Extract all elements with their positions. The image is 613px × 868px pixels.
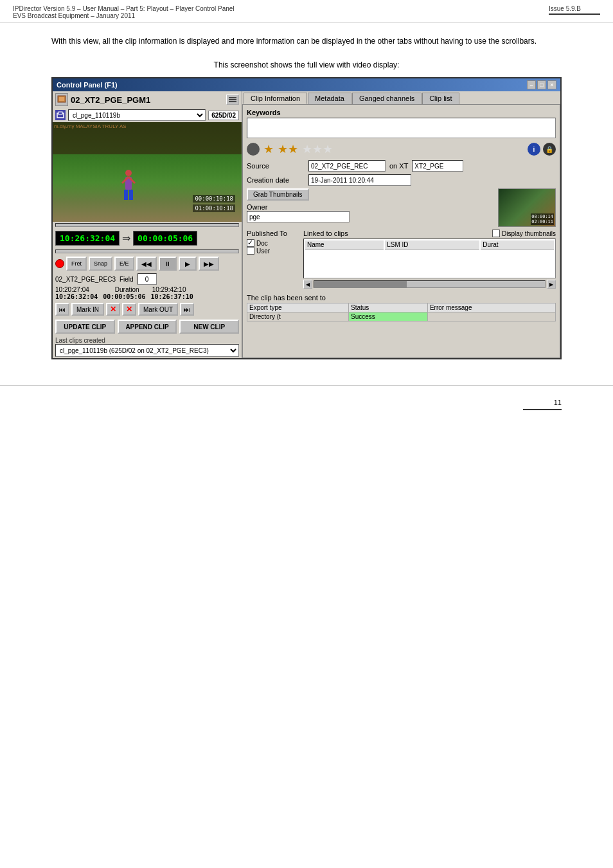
tab-clip-list[interactable]: Clip list — [422, 93, 459, 104]
scroll-left-button[interactable]: ◀ — [303, 280, 312, 289]
sent-to-label: The clip has been sent to — [247, 294, 556, 302]
creation-input — [308, 174, 411, 186]
published-label: Published To — [247, 230, 298, 237]
prev-button[interactable]: ⏮ — [55, 303, 69, 316]
clip-selector-dropdown[interactable]: cl_pge_110119b — [68, 109, 206, 121]
linked-clips-section: Linked to clips Display thumbnails Name — [303, 230, 556, 289]
keywords-label: Keywords — [247, 109, 556, 116]
on-xt-label: on XT — [389, 162, 408, 170]
doc-checkbox[interactable] — [247, 239, 254, 247]
snap-button[interactable]: Snap — [89, 257, 112, 271]
svg-rect-3 — [229, 99, 236, 100]
clear-in-button[interactable]: ✕ — [106, 303, 120, 316]
ff-button[interactable]: ▶▶ — [199, 257, 219, 271]
last-clips-label: Last clips created — [55, 337, 239, 344]
new-clip-button[interactable]: NEW CLIP — [179, 320, 239, 334]
tab-bar: Clip Information Metadata Ganged channel… — [242, 91, 560, 104]
svg-rect-1 — [59, 97, 64, 101]
tab-clip-information[interactable]: Clip Information — [244, 93, 307, 104]
info-circle-blue[interactable]: i — [528, 143, 540, 156]
owner-label: Owner — [247, 203, 305, 211]
sent-export-type: Directory (t — [247, 312, 349, 321]
linked-clips-table: Name LSM ID Durat — [303, 239, 556, 278]
header-left: IPDirector Version 5.9 – User Manual – P… — [13, 5, 235, 19]
grab-thumbnails-button[interactable]: Grab Thumbnails — [247, 188, 309, 201]
keywords-input[interactable] — [247, 118, 556, 138]
clear-out-button[interactable]: ✕ — [122, 303, 136, 316]
clip-menu-icon[interactable] — [226, 95, 239, 105]
sent-col-error: Error message — [427, 303, 555, 312]
clip-selector-row: cl_pge_110119b 625D/02 — [53, 108, 242, 122]
rating-stars-3[interactable]: ★★★ — [302, 142, 333, 156]
svg-point-7 — [125, 170, 132, 176]
tab-metadata[interactable]: Metadata — [308, 93, 351, 104]
svg-rect-4 — [229, 101, 236, 102]
user-label: User — [256, 248, 270, 255]
source-input — [308, 160, 386, 172]
mark-in-button[interactable]: Mark IN — [71, 303, 104, 316]
pause-button[interactable]: ⏸ — [159, 257, 177, 271]
page-number: 11 — [554, 399, 562, 406]
window-titlebar: Control Panel (F1) – □ × — [53, 78, 560, 91]
sent-to-row: Directory (t Success — [247, 312, 556, 321]
owner-input[interactable] — [247, 211, 350, 222]
creation-label: Creation date — [247, 176, 305, 184]
xt-input — [412, 160, 463, 172]
published-section: Published To Doc User — [247, 230, 298, 289]
h-scrollbar[interactable] — [314, 280, 546, 288]
rating-row: ★ ★★ ★★★ i 🔒 — [247, 141, 556, 158]
screenshot-caption: This screenshot shows the full view with… — [51, 60, 562, 69]
source-row: Source on XT — [247, 160, 556, 172]
video-overlay-tc1: 00:00:10:18 — [193, 195, 235, 203]
timecode-in-box: 10:26:32:04 — [55, 231, 120, 246]
published-doc-row: Doc — [247, 239, 298, 247]
minimize-button[interactable]: – — [527, 80, 536, 89]
rewind-button[interactable]: ◀◀ — [136, 257, 157, 271]
keywords-section: Keywords — [247, 109, 556, 138]
rating-star-2[interactable]: ★★ — [278, 142, 298, 156]
in-tc: 10:26:32:04 — [55, 293, 98, 300]
scroll-right-button[interactable]: ▶ — [547, 280, 556, 289]
table-scroll-row: ◀ ▶ — [303, 280, 556, 289]
restore-button[interactable]: □ — [537, 80, 546, 89]
sent-col-status: Status — [348, 303, 427, 312]
format-badge: 625D/02 — [208, 111, 239, 120]
video-overlay-tc2: 01:00:10:18 — [193, 204, 235, 212]
source-label: Source — [247, 162, 305, 170]
tab-ganged-channels[interactable]: Ganged channels — [352, 93, 422, 104]
svg-rect-9 — [124, 190, 128, 200]
last-clips-dropdown[interactable]: cl_pge_110119b (625D/02 on 02_XT2_PGE_RE… — [55, 344, 239, 357]
close-button[interactable]: × — [547, 80, 556, 89]
linked-col-durat: Durat — [481, 240, 554, 249]
display-thumbnails-checkbox[interactable] — [492, 230, 500, 237]
fret-button[interactable]: Fret — [66, 257, 87, 271]
sent-to-section: The clip has been sent to Export type St… — [247, 294, 556, 321]
clip-name-row: 02_XT2_PGE_PGM1 — [53, 91, 242, 108]
rating-right: i 🔒 — [528, 143, 556, 156]
sent-to-table: Export type Status Error message Directo… — [247, 303, 556, 321]
ee-button[interactable]: E/E — [114, 257, 134, 271]
rating-filled-circle — [247, 143, 260, 156]
owner-section: Grab Thumbnails Owner — [247, 188, 493, 222]
user-checkbox[interactable] — [247, 247, 254, 255]
update-clip-button[interactable]: UPDATE CLIP — [55, 320, 115, 334]
append-clip-button[interactable]: APPEND CLIP — [118, 320, 177, 334]
next-button[interactable]: ⏭ — [180, 303, 194, 316]
timecode-row: 10:26:32:04 ⇒ 00:00:05:06 — [53, 228, 242, 248]
source-info-row: 02_XT2_PGE_REC3 Field — [53, 273, 242, 285]
control-panel-window: Control Panel (F1) – □ × — [51, 77, 562, 359]
window-title: Control Panel (F1) — [57, 81, 118, 89]
arrow-icon: ⇒ — [122, 232, 130, 244]
thumbnail-preview: 00:00:1402:00:11 — [498, 188, 556, 227]
svg-rect-6 — [58, 112, 62, 114]
doc-label: Doc — [256, 240, 268, 247]
duration-label: Duration — [115, 286, 139, 293]
linked-label: Linked to clips — [303, 230, 348, 237]
transport-scroll[interactable] — [55, 249, 239, 253]
window-body: 02_XT2_PGE_PGM1 — [53, 91, 560, 358]
position-scroll[interactable] — [55, 223, 239, 227]
field-input[interactable] — [138, 273, 157, 285]
play-button[interactable]: ▶ — [179, 257, 197, 271]
mark-out-button[interactable]: Mark OUT — [138, 303, 178, 316]
rating-star-1[interactable]: ★ — [263, 142, 274, 156]
